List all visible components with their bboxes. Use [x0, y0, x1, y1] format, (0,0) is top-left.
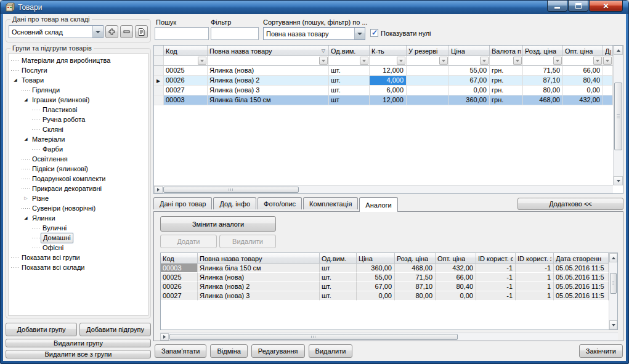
scroll-up-icon[interactable] [614, 46, 623, 55]
minimize-button[interactable] [547, 1, 567, 12]
grid-cell[interactable]: 05.05.2016 11:5 [554, 282, 609, 291]
grid-cell[interactable]: -1 [476, 264, 516, 273]
titlebar[interactable]: Товари ✕ [1, 1, 628, 14]
tree-item[interactable]: Скляні [9, 124, 148, 134]
filter-cell[interactable] [563, 56, 603, 66]
grid-cell[interactable]: 360,00 [357, 264, 395, 273]
grid-cell[interactable]: Ялинка біла 150 см [208, 95, 329, 105]
filter-cell[interactable] [490, 56, 523, 66]
filter-dropdown-icon[interactable] [198, 57, 206, 65]
tab-фото-опис[interactable]: Фото/опис [258, 197, 302, 209]
grid-cell[interactable]: грн. [490, 95, 523, 105]
delete-button[interactable]: Видалити [309, 344, 353, 358]
grid-cell[interactable]: 05.05.2016 11:5 [554, 273, 609, 282]
scroll-down-icon[interactable] [614, 176, 623, 185]
tree-item[interactable]: ◢Іграшки (ялинкові) [9, 95, 148, 105]
search-input[interactable] [155, 27, 209, 40]
grid-cell[interactable]: 360,00 [449, 95, 490, 105]
grid-cell[interactable]: шт. [320, 291, 357, 301]
tree-expander-icon[interactable]: ◢ [22, 215, 30, 221]
vertical-scroll-thumb[interactable] [614, 83, 622, 150]
scroll-right-icon[interactable] [160, 333, 169, 341]
grid-cell[interactable]: 67,00 [357, 282, 395, 291]
grid-cell[interactable]: 432,00 [436, 264, 476, 273]
grid-cell[interactable]: 67,00 [449, 76, 490, 86]
filter-cell[interactable] [208, 56, 329, 66]
column-header[interactable]: ID корист. з [516, 253, 554, 264]
grid-cell[interactable]: 1 [516, 273, 554, 282]
show-zeros-checkbox[interactable] [370, 29, 378, 37]
grid-cell[interactable]: -1 [476, 282, 516, 291]
column-header[interactable]: Др [603, 46, 613, 56]
warehouse-select[interactable]: Основний склад [9, 25, 103, 38]
grid-cell[interactable]: 00003 [164, 95, 208, 105]
column-header[interactable]: Повна назва товару▽ [208, 46, 329, 56]
filter-cell[interactable] [449, 56, 490, 66]
tree-item[interactable]: Подарункові комплекти [9, 174, 148, 184]
grid-cell[interactable]: грн. [490, 86, 523, 95]
tree-item[interactable]: ◢Ялинки [9, 213, 148, 223]
grid-row[interactable]: ▶00026Ялинка (нова) 2шт.4,00067,00грн.87… [154, 76, 613, 86]
tree-item[interactable]: Домашні [9, 233, 148, 243]
grid-cell[interactable]: шт. [329, 86, 370, 95]
tree-expander-icon[interactable]: ◢ [22, 136, 30, 142]
grid-cell[interactable]: 00027 [161, 291, 198, 301]
grid-row[interactable]: 00003Ялинка біла 150 смшт12,000360,00грн… [154, 95, 613, 105]
tree-item[interactable]: Показати всі склади [9, 262, 148, 272]
grid-cell[interactable]: грн. [490, 66, 523, 76]
grid-cell[interactable]: 1 [516, 291, 554, 301]
filter-dropdown-icon[interactable] [439, 57, 448, 65]
grid-cell[interactable] [407, 95, 449, 105]
tree-item[interactable]: ◢Матеріали [9, 134, 148, 144]
filter-cell[interactable] [154, 56, 164, 66]
grid-cell[interactable] [407, 86, 449, 95]
grid-cell[interactable]: -1 [476, 291, 516, 301]
products-grid-vertical-scrollbar[interactable] [613, 46, 623, 185]
filter-dropdown-icon[interactable] [397, 57, 405, 65]
tab-дод-інфо[interactable]: Дод. інфо [213, 197, 256, 209]
delete-analog-button[interactable]: Видалити [219, 235, 276, 248]
grid-cell[interactable]: Ялинка (нова) 3 [208, 86, 329, 95]
filter-dropdown-icon[interactable] [319, 57, 328, 65]
column-header[interactable]: Розд. ціна [523, 46, 563, 56]
grid-cell[interactable]: 66,00 [436, 273, 476, 282]
column-header[interactable]: Ціна [357, 253, 395, 264]
grid-row[interactable]: 00027Ялинка (нова) 3шт.0,0080,000,00-110… [161, 291, 609, 301]
filter-dropdown-icon[interactable] [553, 57, 562, 65]
grid-cell[interactable]: 80,40 [436, 282, 476, 291]
column-header[interactable]: Валюта пр [490, 46, 523, 56]
products-grid-horizontal-scrollbar[interactable] [154, 185, 613, 193]
grid-cell[interactable]: 0,00 [563, 86, 603, 95]
column-header[interactable]: Опт. ціна [436, 253, 476, 264]
filter-cell[interactable] [164, 56, 208, 66]
tree-item[interactable]: ▷Різне [9, 193, 148, 203]
grid-cell[interactable]: Ялинка (нова) 3 [198, 291, 320, 301]
scroll-down-icon[interactable] [609, 320, 617, 330]
remove-warehouse-button[interactable] [120, 25, 133, 38]
tree-item[interactable]: Гірлянди [9, 85, 148, 95]
warehouse-card-button[interactable] [135, 25, 148, 38]
column-header[interactable]: Код [164, 46, 208, 56]
grid-cell[interactable]: Ялинка біла 150 см [198, 264, 320, 273]
scroll-right-icon[interactable] [154, 186, 163, 193]
grid-cell[interactable]: 55,00 [449, 66, 490, 76]
grid-cell[interactable]: 66,00 [563, 66, 603, 76]
edit-button[interactable]: Редагування [251, 344, 305, 358]
grid-cell[interactable]: 0,00 [436, 291, 476, 301]
tree-item[interactable]: Показати всі групи [9, 253, 148, 262]
grid-row[interactable]: 00025Ялинка (нова)шт.55,0071,5066,00-110… [161, 273, 609, 282]
grid-cell[interactable]: 00025 [164, 66, 208, 76]
tree-item[interactable]: Сувеніри (новорічні) [9, 203, 148, 213]
tree-item[interactable]: Фарби [9, 144, 148, 154]
close-button[interactable]: ✕ [589, 1, 623, 12]
column-header[interactable]: Ціна [449, 46, 490, 56]
grid-row[interactable]: 00027Ялинка (нова) 3шт.6,0000,00грн.80,0… [154, 86, 613, 95]
grid-cell[interactable]: 00026 [164, 76, 208, 86]
tree-expander-icon[interactable]: ◢ [22, 97, 30, 103]
grid-cell[interactable]: 05.05.2016 11:5 [554, 291, 609, 301]
row-selector-cell[interactable]: ▶ [154, 76, 164, 86]
grid-cell[interactable]: 80,40 [563, 76, 603, 86]
filter-cell[interactable] [370, 56, 407, 66]
grid-cell[interactable]: 4,000 [370, 76, 407, 86]
grid-row[interactable]: 00026Ялинка (нова) 2шт.67,0087,1080,40-1… [161, 282, 609, 291]
